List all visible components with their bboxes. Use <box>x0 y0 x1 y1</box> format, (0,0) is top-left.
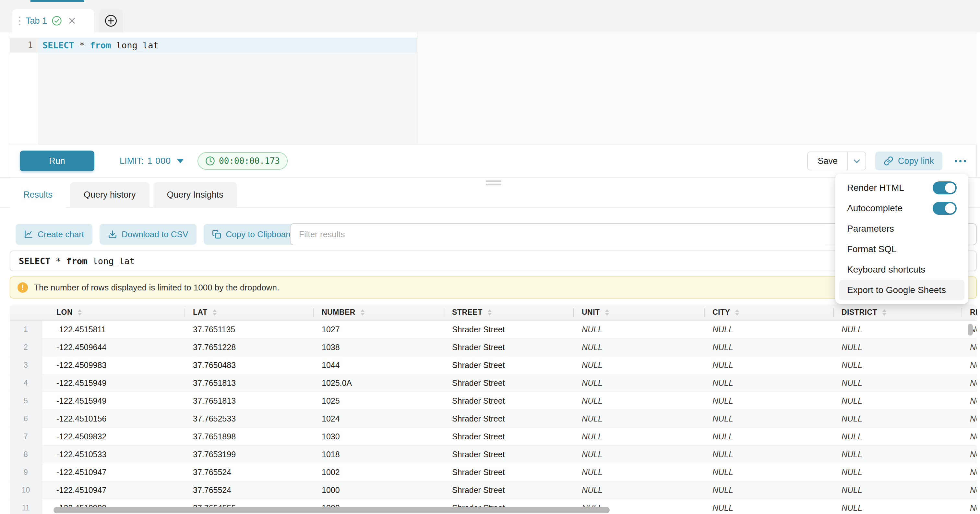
row-number: 1 <box>10 321 42 338</box>
options-menu: Render HTMLAutocompleteParametersFormat … <box>835 174 968 304</box>
menu-item-format-sql[interactable]: Format SQL <box>839 239 964 259</box>
table-row[interactable]: 6-122.451015637.76525331024Shrader Stree… <box>10 410 977 428</box>
table-cell: NULL <box>698 392 827 410</box>
sql-identifier: long_lat <box>87 256 135 266</box>
toggle-switch[interactable] <box>933 202 957 215</box>
vertical-scrollbar[interactable] <box>968 324 973 335</box>
table-cell: NULL <box>956 338 977 356</box>
table-cell: Shrader Street <box>438 445 568 463</box>
copy-link-label: Copy link <box>898 156 934 166</box>
table-cell: 37.7652533 <box>179 410 307 427</box>
copy-clipboard-button[interactable]: Copy to Clipboard <box>204 224 302 245</box>
table-row[interactable]: 3-122.450998337.76504831044Shrader Stree… <box>10 356 977 374</box>
table-cell: Shrader Street <box>438 463 568 481</box>
table-cell: 37.7651228 <box>179 338 307 356</box>
warning-text: The number of rows displayed is limited … <box>34 283 279 293</box>
drag-handle-icon[interactable] <box>19 16 21 25</box>
table-row[interactable]: 1-122.451581137.76511351027Shrader Stree… <box>10 321 977 338</box>
plus-circle-icon <box>104 14 118 27</box>
column-header-number[interactable]: NUMBER <box>307 304 438 320</box>
table-cell: NULL <box>956 428 977 445</box>
table-row[interactable]: 7-122.450983237.76518981030Shrader Stree… <box>10 428 977 445</box>
table-cell: NULL <box>827 356 956 374</box>
menu-item-render-html[interactable]: Render HTML <box>839 177 964 198</box>
table-cell: NULL <box>956 445 977 463</box>
menu-item-export-to-google-sheets[interactable]: Export to Google Sheets <box>839 280 964 300</box>
sql-editor[interactable]: 1 SELECT * from long_lat Run LIMIT: 1 00… <box>10 32 977 177</box>
column-header-city[interactable]: CITY <box>698 304 827 320</box>
table-cell: NULL <box>698 356 827 374</box>
download-csv-button[interactable]: Download to CSV <box>100 224 197 245</box>
table-cell: NULL <box>956 374 977 392</box>
copy-link-button[interactable]: Copy link <box>875 152 942 170</box>
column-header-street[interactable]: STREET <box>438 304 568 320</box>
save-options-button[interactable] <box>847 152 865 170</box>
more-options-button[interactable] <box>953 157 967 166</box>
table-cell: Shrader Street <box>438 374 568 392</box>
table-cell: Shrader Street <box>438 338 568 356</box>
clock-icon <box>205 156 215 166</box>
table-row[interactable]: 10-122.451094737.7655241000Shrader Stree… <box>10 481 977 499</box>
table-row[interactable]: 9-122.451094737.7655241002Shrader Street… <box>10 463 977 481</box>
table-row[interactable]: 8-122.451053337.76531991018Shrader Stree… <box>10 445 977 463</box>
sort-icon[interactable] <box>882 309 886 316</box>
menu-item-label: Keyboard shortcuts <box>847 265 925 275</box>
table-row[interactable]: 4-122.451594937.76518131025.0AShrader St… <box>10 374 977 392</box>
table-cell: NULL <box>568 445 698 463</box>
resize-handle[interactable] <box>486 180 501 185</box>
table-cell: -122.4509832 <box>42 428 179 445</box>
tab-results[interactable]: Results <box>10 182 66 208</box>
tab-query-history[interactable]: Query history <box>70 182 150 208</box>
table-body: 1-122.451581137.76511351027Shrader Stree… <box>10 321 977 514</box>
table-cell: NULL <box>956 321 977 338</box>
column-label: UNIT <box>582 308 600 317</box>
limit-dropdown[interactable]: LIMIT: 1 000 <box>120 156 184 166</box>
table-cell: NULL <box>827 410 956 427</box>
table-row[interactable]: 2-122.450964437.76512281038Shrader Stree… <box>10 338 977 356</box>
table-cell: NULL <box>568 481 698 499</box>
table-cell: NULL <box>568 410 698 427</box>
horizontal-scrollbar[interactable] <box>54 507 610 513</box>
table-cell: 1030 <box>307 428 438 445</box>
table-cell: NULL <box>568 392 698 410</box>
column-header-district[interactable]: DISTRICT <box>827 304 956 320</box>
table-cell: 1038 <box>307 338 438 356</box>
table-cell: -122.4515811 <box>42 321 179 338</box>
create-chart-button[interactable]: Create chart <box>16 224 92 245</box>
menu-item-keyboard-shortcuts[interactable]: Keyboard shortcuts <box>839 259 964 280</box>
row-number: 11 <box>10 499 42 514</box>
menu-item-parameters[interactable]: Parameters <box>839 219 964 239</box>
menu-item-label: Parameters <box>847 223 894 234</box>
table-cell: NULL <box>698 463 827 481</box>
sort-icon[interactable] <box>735 309 739 316</box>
warning-icon: ! <box>18 282 28 293</box>
table-cell: NULL <box>568 338 698 356</box>
table-cell: NULL <box>956 499 977 514</box>
table-cell: Shrader Street <box>438 321 568 338</box>
run-button[interactable]: Run <box>20 150 94 171</box>
column-header-unit[interactable]: UNIT <box>568 304 698 320</box>
sort-icon[interactable] <box>605 309 609 316</box>
sort-icon[interactable] <box>488 309 492 316</box>
menu-item-autocomplete[interactable]: Autocomplete <box>839 198 964 219</box>
table-cell: NULL <box>956 356 977 374</box>
table-row[interactable]: 5-122.451594937.76518131025Shrader Stree… <box>10 392 977 410</box>
query-timer-badge: 00:00:00.173 <box>197 152 288 170</box>
sql-keyword: from <box>66 256 87 266</box>
save-button[interactable]: Save <box>808 152 847 170</box>
query-tab-1[interactable]: Tab 1 <box>12 9 94 32</box>
column-header-lon[interactable]: LON <box>42 304 179 320</box>
tab-query-insights[interactable]: Query Insights <box>153 182 237 208</box>
sql-code-line[interactable]: SELECT * from long_lat <box>38 38 417 53</box>
column-header-re[interactable]: RE <box>956 304 977 320</box>
sort-icon[interactable] <box>78 309 82 316</box>
sort-icon[interactable] <box>361 309 364 316</box>
column-header-lat[interactable]: LAT <box>179 304 307 320</box>
close-tab-icon[interactable] <box>68 16 76 25</box>
limit-label: LIMIT: <box>120 156 144 166</box>
new-tab-button[interactable] <box>99 9 123 32</box>
table-cell: NULL <box>568 321 698 338</box>
toggle-switch[interactable] <box>933 181 957 195</box>
top-tab-bar: Tab 1 <box>0 0 980 32</box>
sort-icon[interactable] <box>213 309 216 316</box>
